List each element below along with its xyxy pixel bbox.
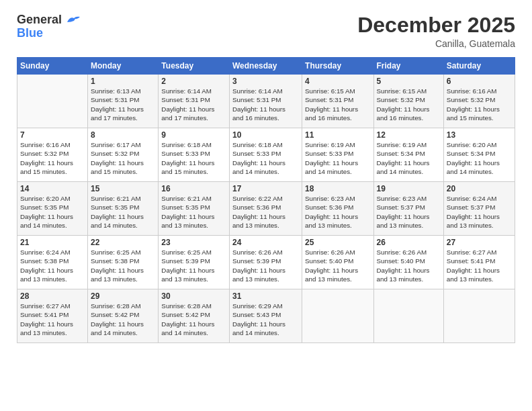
day-info: Sunrise: 6:16 AM Sunset: 5:32 PM Dayligh… — [20, 140, 85, 176]
logo-blue: Blue — [17, 27, 43, 40]
calendar-cell: 15Sunrise: 6:21 AM Sunset: 5:35 PM Dayli… — [88, 182, 159, 236]
week-row-3: 14Sunrise: 6:20 AM Sunset: 5:35 PM Dayli… — [17, 182, 515, 236]
calendar-cell: 23Sunrise: 6:25 AM Sunset: 5:39 PM Dayli… — [159, 236, 230, 289]
day-number: 10 — [232, 130, 299, 140]
calendar-cell — [17, 75, 88, 128]
calendar-cell: 20Sunrise: 6:24 AM Sunset: 5:37 PM Dayli… — [443, 182, 515, 236]
day-info: Sunrise: 6:13 AM Sunset: 5:31 PM Dayligh… — [91, 87, 155, 122]
weekday-header-tuesday: Tuesday — [159, 58, 230, 75]
calendar-cell: 1Sunrise: 6:13 AM Sunset: 5:31 PM Daylig… — [88, 75, 159, 128]
calendar-cell: 2Sunrise: 6:14 AM Sunset: 5:31 PM Daylig… — [159, 75, 230, 128]
calendar-cell: 30Sunrise: 6:28 AM Sunset: 5:42 PM Dayli… — [159, 289, 230, 343]
calendar-cell: 24Sunrise: 6:26 AM Sunset: 5:39 PM Dayli… — [229, 236, 302, 289]
logo-bird-icon — [66, 15, 81, 25]
day-info: Sunrise: 6:28 AM Sunset: 5:42 PM Dayligh… — [161, 302, 226, 337]
day-info: Sunrise: 6:23 AM Sunset: 5:36 PM Dayligh… — [305, 194, 370, 230]
calendar-table: SundayMondayTuesdayWednesdayThursdayFrid… — [17, 57, 515, 343]
day-number: 21 — [20, 238, 85, 247]
logo: General Blue — [17, 13, 81, 40]
calendar-cell: 18Sunrise: 6:23 AM Sunset: 5:36 PM Dayli… — [302, 182, 373, 236]
page: General Blue December 2025 Canilla, Guat… — [0, 0, 532, 411]
day-number: 17 — [232, 184, 299, 193]
month-title: December 2025 — [357, 13, 515, 37]
calendar-cell — [443, 289, 515, 343]
day-info: Sunrise: 6:15 AM Sunset: 5:32 PM Dayligh… — [377, 87, 441, 122]
day-number: 20 — [447, 184, 512, 193]
day-info: Sunrise: 6:27 AM Sunset: 5:41 PM Dayligh… — [20, 302, 85, 337]
day-number: 22 — [91, 238, 155, 247]
day-number: 24 — [232, 238, 299, 247]
day-number: 15 — [91, 184, 155, 193]
day-number: 14 — [20, 184, 85, 193]
calendar-cell: 16Sunrise: 6:21 AM Sunset: 5:35 PM Dayli… — [159, 182, 230, 236]
day-number: 7 — [20, 130, 85, 140]
day-info: Sunrise: 6:19 AM Sunset: 5:33 PM Dayligh… — [305, 140, 370, 176]
week-row-1: 1Sunrise: 6:13 AM Sunset: 5:31 PM Daylig… — [17, 75, 515, 128]
calendar-cell: 12Sunrise: 6:19 AM Sunset: 5:34 PM Dayli… — [373, 128, 443, 182]
day-info: Sunrise: 6:20 AM Sunset: 5:34 PM Dayligh… — [447, 140, 512, 176]
day-number: 23 — [161, 238, 226, 247]
week-row-4: 21Sunrise: 6:24 AM Sunset: 5:38 PM Dayli… — [17, 236, 515, 289]
week-row-5: 28Sunrise: 6:27 AM Sunset: 5:41 PM Dayli… — [17, 289, 515, 343]
day-number: 13 — [447, 130, 512, 140]
calendar-cell: 28Sunrise: 6:27 AM Sunset: 5:41 PM Dayli… — [17, 289, 88, 343]
day-info: Sunrise: 6:24 AM Sunset: 5:37 PM Dayligh… — [447, 194, 512, 230]
day-info: Sunrise: 6:19 AM Sunset: 5:34 PM Dayligh… — [377, 140, 441, 176]
calendar-cell: 5Sunrise: 6:15 AM Sunset: 5:32 PM Daylig… — [373, 75, 443, 128]
calendar-cell: 21Sunrise: 6:24 AM Sunset: 5:38 PM Dayli… — [17, 236, 88, 289]
day-info: Sunrise: 6:21 AM Sunset: 5:35 PM Dayligh… — [91, 194, 155, 230]
day-number: 19 — [377, 184, 441, 193]
day-number: 29 — [91, 291, 155, 301]
day-info: Sunrise: 6:26 AM Sunset: 5:40 PM Dayligh… — [377, 248, 441, 283]
day-number: 26 — [377, 238, 441, 247]
calendar-cell: 10Sunrise: 6:18 AM Sunset: 5:33 PM Dayli… — [229, 128, 302, 182]
weekday-header-thursday: Thursday — [302, 58, 373, 75]
calendar-cell: 26Sunrise: 6:26 AM Sunset: 5:40 PM Dayli… — [373, 236, 443, 289]
weekday-header-friday: Friday — [373, 58, 443, 75]
calendar-cell: 11Sunrise: 6:19 AM Sunset: 5:33 PM Dayli… — [302, 128, 373, 182]
day-number: 30 — [161, 291, 226, 301]
calendar-cell: 8Sunrise: 6:17 AM Sunset: 5:32 PM Daylig… — [88, 128, 159, 182]
weekday-header-monday: Monday — [88, 58, 159, 75]
calendar-cell: 4Sunrise: 6:15 AM Sunset: 5:31 PM Daylig… — [302, 75, 373, 128]
calendar-cell — [373, 289, 443, 343]
day-info: Sunrise: 6:28 AM Sunset: 5:42 PM Dayligh… — [91, 302, 155, 337]
day-info: Sunrise: 6:20 AM Sunset: 5:35 PM Dayligh… — [20, 194, 85, 230]
day-info: Sunrise: 6:25 AM Sunset: 5:38 PM Dayligh… — [91, 248, 155, 283]
calendar-cell: 9Sunrise: 6:18 AM Sunset: 5:33 PM Daylig… — [159, 128, 230, 182]
day-info: Sunrise: 6:24 AM Sunset: 5:38 PM Dayligh… — [20, 248, 85, 283]
day-info: Sunrise: 6:27 AM Sunset: 5:41 PM Dayligh… — [447, 248, 512, 283]
day-number: 25 — [305, 238, 370, 247]
day-number: 18 — [305, 184, 370, 193]
calendar-cell: 14Sunrise: 6:20 AM Sunset: 5:35 PM Dayli… — [17, 182, 88, 236]
day-number: 4 — [305, 77, 370, 86]
day-number: 11 — [305, 130, 370, 140]
day-number: 8 — [91, 130, 155, 140]
day-info: Sunrise: 6:26 AM Sunset: 5:40 PM Dayligh… — [305, 248, 370, 283]
day-info: Sunrise: 6:14 AM Sunset: 5:31 PM Dayligh… — [232, 87, 299, 122]
location: Canilla, Guatemala — [357, 38, 515, 49]
day-number: 1 — [91, 77, 155, 86]
calendar-cell: 27Sunrise: 6:27 AM Sunset: 5:41 PM Dayli… — [443, 236, 515, 289]
day-info: Sunrise: 6:26 AM Sunset: 5:39 PM Dayligh… — [232, 248, 299, 283]
day-number: 3 — [232, 77, 299, 86]
day-info: Sunrise: 6:25 AM Sunset: 5:39 PM Dayligh… — [161, 248, 226, 283]
weekday-header-wednesday: Wednesday — [229, 58, 302, 75]
day-number: 16 — [161, 184, 226, 193]
weekday-header-saturday: Saturday — [443, 58, 515, 75]
title-block: December 2025 Canilla, Guatemala — [357, 13, 515, 49]
calendar-cell: 19Sunrise: 6:23 AM Sunset: 5:37 PM Dayli… — [373, 182, 443, 236]
calendar-cell — [302, 289, 373, 343]
day-info: Sunrise: 6:22 AM Sunset: 5:36 PM Dayligh… — [232, 194, 299, 230]
calendar-cell: 29Sunrise: 6:28 AM Sunset: 5:42 PM Dayli… — [88, 289, 159, 343]
calendar-cell: 25Sunrise: 6:26 AM Sunset: 5:40 PM Dayli… — [302, 236, 373, 289]
day-info: Sunrise: 6:23 AM Sunset: 5:37 PM Dayligh… — [377, 194, 441, 230]
day-number: 31 — [232, 291, 299, 301]
day-info: Sunrise: 6:29 AM Sunset: 5:43 PM Dayligh… — [232, 302, 299, 337]
weekday-header-sunday: Sunday — [17, 58, 88, 75]
day-number: 2 — [161, 77, 226, 86]
day-info: Sunrise: 6:18 AM Sunset: 5:33 PM Dayligh… — [161, 140, 226, 176]
logo-general: General — [17, 13, 62, 26]
day-info: Sunrise: 6:17 AM Sunset: 5:32 PM Dayligh… — [91, 140, 155, 176]
day-info: Sunrise: 6:21 AM Sunset: 5:35 PM Dayligh… — [161, 194, 226, 230]
